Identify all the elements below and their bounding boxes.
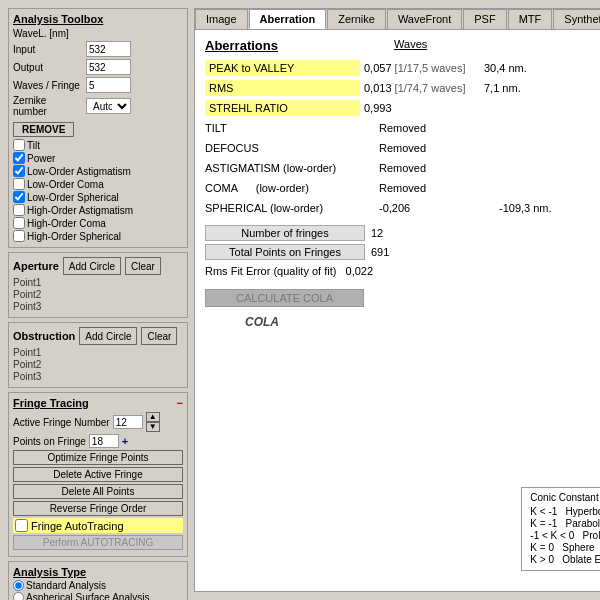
power-checkbox[interactable] (13, 152, 25, 164)
fringe-tracing-title: Fringe Tracing (13, 397, 89, 409)
aperture-title: Aperture (13, 260, 59, 272)
fringe-autotracing-checkbox[interactable] (15, 519, 28, 532)
delete-all-points-button[interactable]: Delete All Points (13, 484, 183, 499)
high-astig-checkbox[interactable] (13, 204, 25, 216)
perform-autotracing-button[interactable]: Perform AUTOTRACING (13, 535, 183, 550)
standard-analysis-label: Standard Analysis (26, 580, 106, 591)
rms-fit-row: Rms Fit Error (quality of fit) 0,022 (205, 265, 600, 277)
wave-label: WaveL. [nm] (13, 28, 83, 39)
conic-box: Conic Constant (K) range K < -1 Hyperbol… (521, 487, 600, 571)
tilt-value: Removed (375, 122, 426, 134)
row-coma: COMA (low-order) Removed (205, 179, 600, 197)
obstruction-add-circle-button[interactable]: Add Circle (79, 327, 137, 345)
active-fringe-up-button[interactable]: ▲ (146, 412, 160, 422)
left-panel: Analysis Toolbox WaveL. [nm] Input Outpu… (8, 8, 188, 592)
conic-row-1: K = -1 Parabola (530, 518, 600, 529)
calculate-cola-button[interactable]: CALCULATE COLA (205, 289, 364, 307)
coma-label: COMA (low-order) (205, 182, 375, 194)
input-field[interactable] (86, 41, 131, 57)
input-label: Input (13, 44, 83, 55)
rms-fit-label: Rms Fit Error (quality of fit) (205, 265, 336, 277)
aberrations-title: Aberrations (205, 38, 278, 53)
fringe-plus-icon[interactable]: + (122, 435, 128, 447)
spherical-label: SPHERICAL (low-order) (205, 202, 375, 214)
conic-row-2: -1 < K < 0 Prolate Ellipsoid (530, 530, 600, 541)
active-fringe-input[interactable] (113, 415, 143, 429)
low-coma-checkbox[interactable] (13, 178, 25, 190)
low-spherical-label: Low-Order Spherical (27, 192, 119, 203)
high-coma-label: High-Order Coma (27, 218, 106, 229)
active-fringe-label: Active Fringe Number (13, 417, 110, 428)
aperture-point2: Point2 (13, 289, 183, 300)
aperture-clear-button[interactable]: Clear (125, 257, 161, 275)
optimize-fringe-button[interactable]: Optimize Fringe Points (13, 450, 183, 465)
waves-header: Waves (394, 38, 427, 53)
low-astig-label: Low-Order Astigmatism (27, 166, 131, 177)
obstruction-point3: Point3 (13, 371, 183, 382)
rms-label: RMS (205, 80, 360, 96)
standard-analysis-radio[interactable] (13, 580, 24, 591)
summary-section: Number of fringes 12 Total Points on Fri… (205, 225, 600, 277)
row-rms: RMS 0,013 [1/74,7 waves] 7,1 nm. (205, 79, 600, 97)
delete-active-fringe-button[interactable]: Delete Active Fringe (13, 467, 183, 482)
rms-fit-value: 0,022 (346, 265, 374, 277)
analysis-toolbox-title: Analysis Toolbox (13, 13, 183, 25)
tab-psf[interactable]: PSF (463, 9, 506, 29)
tilt-label: TILT (205, 122, 375, 134)
tab-aberration[interactable]: Aberration (249, 9, 327, 29)
zernike-label: Zernike number (13, 95, 83, 117)
aperture-section: Aperture Add Circle Clear Point1 Point2 … (8, 252, 188, 318)
tab-mtf[interactable]: MTF (508, 9, 553, 29)
output-label: Output (13, 62, 83, 73)
conic-row-3: K = 0 Sphere (530, 542, 600, 553)
obstruction-section: Obstruction Add Circle Clear Point1 Poin… (8, 322, 188, 388)
obstruction-point2: Point2 (13, 359, 183, 370)
peak-valley-waves: 0,057 [1/17,5 waves] (360, 62, 480, 74)
remove-button[interactable]: REMOVE (13, 122, 74, 137)
aperture-point1: Point1 (13, 277, 183, 288)
points-on-fringe-input[interactable] (89, 434, 119, 448)
peak-valley-label: PEAK to VALLEY (205, 60, 360, 76)
active-fringe-down-button[interactable]: ▼ (146, 422, 160, 432)
aperture-add-circle-button[interactable]: Add Circle (63, 257, 121, 275)
conic-title: Conic Constant (K) range (530, 492, 600, 503)
waves-fringe-field[interactable] (86, 77, 131, 93)
total-points-value: 691 (371, 246, 411, 258)
tab-synthetic[interactable]: Synthetic (553, 9, 600, 29)
obstruction-point1: Point1 (13, 347, 183, 358)
tabs-row: Image Aberration Zernike WaveFront PSF M… (195, 9, 600, 30)
low-coma-label: Low-Order Coma (27, 179, 104, 190)
row-tilt: TILT Removed (205, 119, 600, 137)
low-astig-checkbox[interactable] (13, 165, 25, 177)
obstruction-title: Obstruction (13, 330, 75, 342)
tab-image[interactable]: Image (195, 9, 248, 29)
analysis-type-section: Analysis Type Standard Analysis Aspheric… (8, 561, 188, 600)
tab-wavefront[interactable]: WaveFront (387, 9, 462, 29)
aperture-point3: Point3 (13, 301, 183, 312)
conic-row-0: K < -1 Hyperbola (530, 506, 600, 517)
high-spherical-checkbox[interactable] (13, 230, 25, 242)
high-coma-checkbox[interactable] (13, 217, 25, 229)
output-field[interactable] (86, 59, 131, 75)
waves-fringe-label: Waves / Fringe (13, 80, 83, 91)
right-panel: Image Aberration Zernike WaveFront PSF M… (194, 8, 600, 592)
rms-waves: 0,013 [1/74,7 waves] (360, 82, 480, 94)
num-fringes-value: 12 (371, 227, 411, 239)
coma-value: Removed (375, 182, 426, 194)
reverse-fringe-button[interactable]: Reverse Fringe Order (13, 501, 183, 516)
obstruction-clear-button[interactable]: Clear (141, 327, 177, 345)
analysis-type-title: Analysis Type (13, 566, 183, 578)
tab-zernike[interactable]: Zernike (327, 9, 386, 29)
tilt-checkbox[interactable] (13, 139, 25, 151)
low-spherical-checkbox[interactable] (13, 191, 25, 203)
conic-row-4: K > 0 Oblate Ellipsoid (530, 554, 600, 565)
total-points-label: Total Points on Fringes (205, 244, 365, 260)
zernike-select[interactable]: Auto (86, 98, 131, 114)
cola-label: COLA (245, 315, 279, 329)
fringe-minus-icon[interactable]: − (177, 397, 183, 409)
fringe-tracing-section: Fringe Tracing − Active Fringe Number ▲ … (8, 392, 188, 557)
rms-nm: 7,1 nm. (480, 82, 521, 94)
aspherical-analysis-radio[interactable] (13, 592, 24, 600)
high-astig-label: High-Order Astigmatism (27, 205, 133, 216)
spherical-nm: -109,3 nm. (495, 202, 552, 214)
